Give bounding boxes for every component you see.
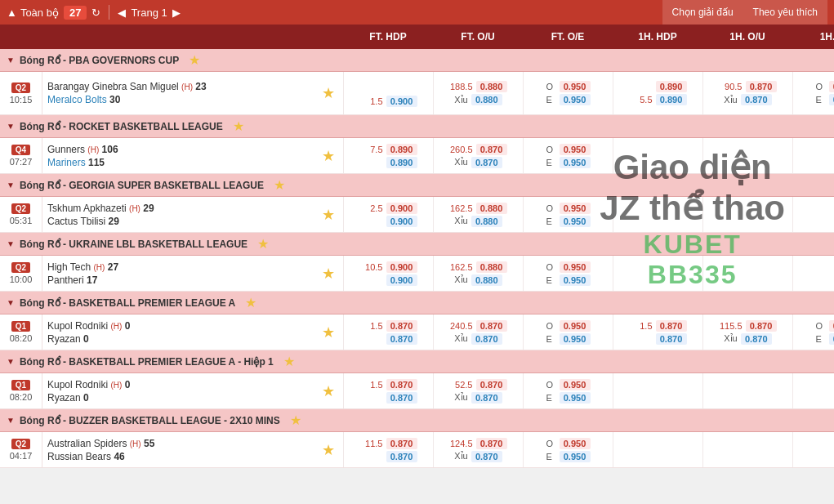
match-star-col[interactable]: ★: [314, 256, 343, 291]
match-time: 08:20: [10, 333, 33, 343]
ft-oe-oval[interactable]: 0.950: [560, 203, 591, 214]
favorite-star-btn[interactable]: ★: [322, 265, 335, 283]
collapse-all-btn[interactable]: ▲ Toàn bộ: [7, 7, 59, 19]
h1-hdp-odds1[interactable]: 0.870: [656, 320, 687, 332]
ft-oe-oval[interactable]: 0.950: [560, 320, 591, 332]
ft-ou-odds1[interactable]: 0.870: [476, 320, 507, 332]
match-star-col[interactable]: ★: [314, 197, 343, 232]
ft-ou-odds2[interactable]: 0.870: [471, 451, 502, 462]
ft-hdp-val1: 1.5: [360, 321, 383, 331]
ft-hdp-odds2[interactable]: 0.870: [386, 333, 417, 345]
league-collapse-icon[interactable]: ▼: [7, 416, 15, 425]
league-collapse-icon[interactable]: ▼: [7, 357, 15, 366]
h1-oe-oval[interactable]: 0.950: [829, 81, 835, 92]
ft-oe-oval[interactable]: 0.950: [560, 261, 591, 273]
ft-hdp-odds1[interactable]: 0.870: [386, 438, 417, 449]
h1-oe-eval[interactable]: 0.950: [829, 333, 835, 345]
league-collapse-icon[interactable]: ▼: [7, 298, 15, 307]
favorite-star-btn[interactable]: ★: [322, 382, 335, 400]
ft-ou-odds2[interactable]: 0.880: [471, 216, 502, 227]
ft-ou-odds1[interactable]: 0.870: [476, 144, 507, 155]
ft-ou-odds1[interactable]: 0.870: [476, 379, 507, 390]
by-favorite-btn[interactable]: Theo yêu thích: [743, 0, 827, 25]
favorite-star-btn[interactable]: ★: [322, 206, 335, 224]
h1-oe-oval[interactable]: 0.950: [829, 320, 835, 332]
ft-oe-eval[interactable]: 0.950: [560, 451, 591, 462]
ft-hdp-odds2[interactable]: 0.870: [386, 392, 417, 404]
ft-hdp-odds2[interactable]: 0.900: [386, 216, 417, 227]
refresh-btn[interactable]: ↻: [91, 7, 100, 19]
ft-ou-val1: 52.5: [450, 380, 473, 390]
next-page-btn[interactable]: ▶: [172, 7, 181, 19]
ft-hdp-odds1[interactable]: 0.890: [386, 144, 417, 155]
league-collapse-icon[interactable]: ▼: [7, 239, 15, 248]
favorite-star-btn[interactable]: ★: [322, 441, 335, 459]
h1-hdp-odds2[interactable]: 0.890: [656, 94, 687, 105]
ft-oe-oval[interactable]: 0.950: [560, 379, 591, 390]
ft-ou-odds1[interactable]: 0.880: [476, 203, 507, 214]
h1-ou-odds1[interactable]: 0.870: [746, 320, 777, 332]
ft-ou-odds2[interactable]: 0.880: [471, 274, 502, 286]
ft-oe-oval[interactable]: 0.950: [560, 438, 591, 449]
ft-oe-eval[interactable]: 0.950: [560, 157, 591, 168]
ft-ou-odds2[interactable]: 0.880: [471, 94, 502, 105]
ft-oe-oval[interactable]: 0.950: [560, 144, 591, 155]
ft-hdp-odds2[interactable]: 0.900: [386, 274, 417, 286]
league-name: Bóng Rổ - BASKETBALL PREMIER LEAGUE A: [20, 297, 235, 309]
ft-oe-eval[interactable]: 0.950: [560, 94, 591, 105]
league-star-icon[interactable]: ★: [274, 177, 285, 193]
ft-ou-odds1[interactable]: 0.880: [476, 81, 507, 92]
league-star-icon[interactable]: ★: [245, 295, 256, 310]
league-star-icon[interactable]: ★: [283, 354, 295, 369]
league-star-icon[interactable]: ★: [290, 413, 301, 428]
ft-oe-eval[interactable]: 0.950: [560, 274, 591, 286]
h1-ou-odds2[interactable]: 0.870: [741, 333, 772, 345]
h1-ou-cell: 90.5 0.870 Xỉu 0.870: [702, 72, 792, 114]
ft-hdp-odds1[interactable]: 0.870: [386, 379, 417, 390]
ft-hdp-odds1[interactable]: 0.900: [386, 203, 417, 214]
team1-score: 29: [143, 203, 154, 214]
match-star-col[interactable]: ★: [314, 314, 343, 350]
h1-oe-eval[interactable]: 0.950: [829, 94, 835, 105]
match-star-col[interactable]: ★: [314, 72, 343, 114]
match-row: Q1 08:20 Kupol Rodniki (H) 0 Ryazan 0 ★: [0, 373, 834, 409]
h1-oe-cell: O 0.950 E 0.950: [792, 314, 834, 350]
league-star-icon[interactable]: ★: [257, 236, 269, 252]
ft-ou-odds2[interactable]: 0.870: [471, 333, 502, 345]
ft-ou-odds2[interactable]: 0.870: [471, 157, 502, 168]
ft-hdp-odds2[interactable]: 0.900: [386, 96, 417, 107]
ft-hdp-odds1[interactable]: 0.870: [386, 320, 417, 332]
ft-hdp-odds2[interactable]: 0.870: [386, 451, 417, 462]
match-star-col[interactable]: ★: [314, 432, 343, 467]
league-collapse-icon[interactable]: ▼: [7, 181, 15, 190]
ft-ou-odds2[interactable]: 0.870: [471, 392, 502, 404]
match-star-col[interactable]: ★: [314, 138, 343, 173]
league-star-icon[interactable]: ★: [189, 52, 200, 68]
league-collapse-icon[interactable]: ▼: [7, 122, 15, 131]
h1-ou-odds2[interactable]: 0.870: [741, 94, 772, 105]
ft-ou-odds1[interactable]: 0.880: [476, 261, 507, 273]
ft-hdp-odds2[interactable]: 0.890: [386, 157, 417, 168]
match-star-col[interactable]: ★: [314, 373, 343, 408]
h1-oe-cell: [792, 432, 834, 467]
league-star-icon[interactable]: ★: [233, 118, 244, 134]
favorite-star-btn[interactable]: ★: [322, 84, 335, 102]
prev-page-btn[interactable]: ◀: [118, 7, 126, 19]
ft-ou-odds1[interactable]: 0.870: [476, 438, 507, 449]
ft-oe-eval[interactable]: 0.950: [560, 392, 591, 404]
league-collapse-icon[interactable]: ▼: [7, 56, 15, 65]
h1-ou-odds1[interactable]: 0.870: [746, 81, 777, 92]
ft-oe-eval[interactable]: 0.950: [560, 216, 591, 227]
ft-ou-val1: 162.5: [450, 262, 473, 272]
ft-hdp-odds1[interactable]: 0.900: [386, 261, 417, 273]
favorite-star-btn[interactable]: ★: [322, 323, 335, 341]
h1-hdp-cell: [613, 432, 702, 467]
h1-hdp-odds1[interactable]: 0.890: [656, 81, 687, 92]
ft-oe-oval[interactable]: 0.950: [560, 81, 591, 92]
team1-name: Tskhum Apkhazeti (H) 29: [47, 203, 309, 214]
ft-oe-eval[interactable]: 0.950: [560, 333, 591, 345]
favorite-star-btn[interactable]: ★: [322, 147, 335, 165]
all-label: Toàn bộ: [20, 7, 59, 19]
choose-league-btn[interactable]: Chọn giải đấu: [662, 0, 743, 25]
h1-hdp-odds2[interactable]: 0.870: [656, 333, 687, 345]
